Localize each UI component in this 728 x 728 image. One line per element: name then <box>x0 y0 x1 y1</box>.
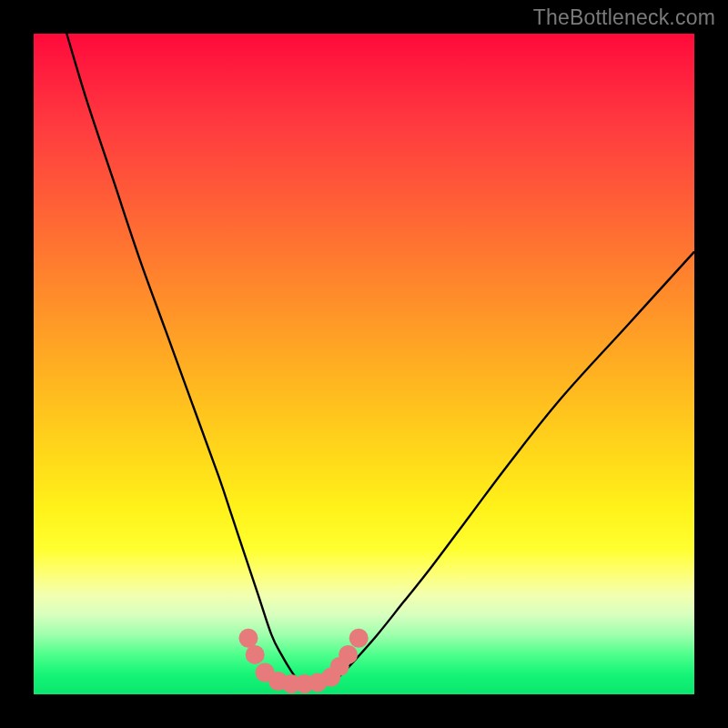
highlight-dot <box>349 629 369 648</box>
highlight-dot <box>246 645 265 664</box>
chart-frame: TheBottleneck.com <box>0 0 728 728</box>
bottleneck-curve <box>34 34 694 694</box>
highlight-dot <box>339 645 358 664</box>
plot-area <box>34 34 694 694</box>
watermark-text: TheBottleneck.com <box>533 5 715 30</box>
highlight-dot <box>238 629 258 648</box>
bottleneck-curve-path <box>66 34 694 686</box>
